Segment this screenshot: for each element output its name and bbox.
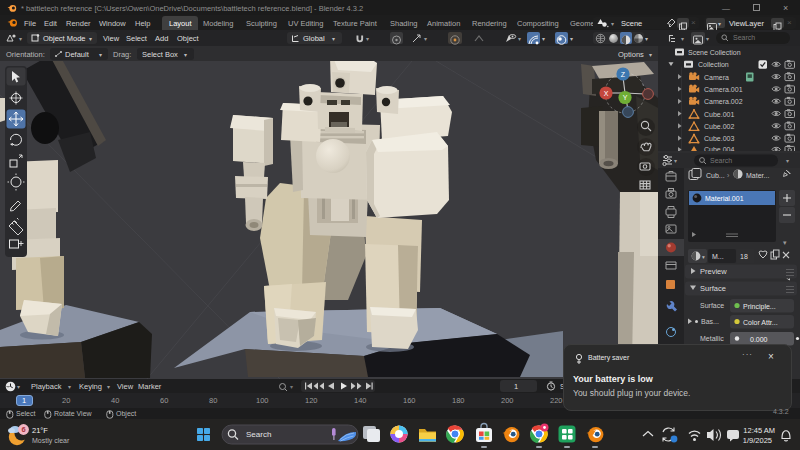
svg-text:Principle...: Principle... xyxy=(743,303,776,311)
svg-text:Collection: Collection xyxy=(698,61,729,68)
svg-text:M...: M... xyxy=(712,253,724,260)
svg-text:6: 6 xyxy=(21,425,25,434)
svg-text:Metallic: Metallic xyxy=(700,335,724,342)
svg-text:Scene Collection: Scene Collection xyxy=(688,49,741,56)
svg-text:Camera.001: Camera.001 xyxy=(704,86,743,93)
svg-text:▾: ▾ xyxy=(786,158,789,164)
svg-text:1/9/2025: 1/9/2025 xyxy=(743,436,772,445)
svg-text:Cube.002: Cube.002 xyxy=(704,123,734,130)
svg-text:Cube.003: Cube.003 xyxy=(704,135,734,142)
svg-text:Camera.002: Camera.002 xyxy=(704,98,743,105)
svg-text:Search: Search xyxy=(246,430,271,439)
svg-text:Cube.001: Cube.001 xyxy=(704,111,734,118)
svg-text:Material.001: Material.001 xyxy=(705,195,744,202)
svg-text:›: › xyxy=(727,172,730,179)
svg-text:Search: Search xyxy=(710,157,732,164)
svg-text:21°F: 21°F xyxy=(32,426,48,435)
svg-text:0.000: 0.000 xyxy=(750,336,768,343)
svg-text:Surface: Surface xyxy=(700,284,726,293)
svg-text:12:45 AM: 12:45 AM xyxy=(743,426,775,435)
svg-text:Color Attr...: Color Attr... xyxy=(743,319,778,326)
svg-text:▾: ▾ xyxy=(702,254,705,260)
svg-text:Cub...: Cub... xyxy=(706,172,725,179)
svg-text:X: X xyxy=(604,90,609,97)
svg-text:▾: ▾ xyxy=(783,239,787,246)
svg-text:Mostly clear: Mostly clear xyxy=(32,437,70,445)
svg-text:Z: Z xyxy=(621,71,626,78)
svg-text:Mater...: Mater... xyxy=(746,172,769,179)
svg-text:Preview: Preview xyxy=(700,267,727,276)
svg-text:Y: Y xyxy=(623,94,628,101)
svg-text:Surface: Surface xyxy=(700,302,724,309)
svg-text:Camera: Camera xyxy=(704,74,729,81)
svg-text:▾: ▾ xyxy=(674,158,677,164)
svg-text:Bas...: Bas... xyxy=(701,318,719,325)
svg-text:18: 18 xyxy=(740,253,748,260)
